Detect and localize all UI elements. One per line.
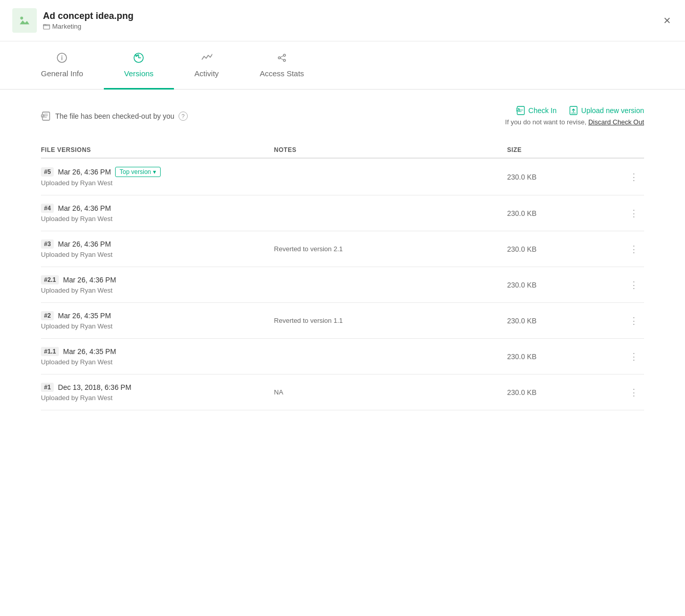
versions-icon [133,52,144,65]
versions-list: #5 Mar 26, 4:36 PM Top version ▾ Uploade… [41,159,644,410]
version-size: 230.0 KB [507,281,624,289]
discard-checkout-link[interactable]: Discard Check Out [588,118,644,126]
more-options-button[interactable]: ⋮ [624,385,644,400]
folder-icon [43,23,50,30]
version-top: #3 Mar 26, 4:36 PM [41,239,274,249]
more-options-button[interactable]: ⋮ [624,313,644,328]
svg-point-10 [283,54,285,56]
more-options-button[interactable]: ⋮ [624,349,644,364]
version-size: 230.0 KB [507,317,624,325]
table-row: #2 Mar 26, 4:35 PM Uploaded by Ryan West… [41,303,644,339]
tab-access-stats[interactable]: Access Stats [239,42,325,90]
svg-point-3 [46,25,46,25]
svg-point-11 [283,59,285,61]
version-top: #5 Mar 26, 4:36 PM Top version ▾ [41,167,274,177]
version-date: Dec 13, 2018, 6:36 PM [58,383,131,391]
more-options-button[interactable]: ⋮ [624,169,644,185]
tab-general-info[interactable]: General Info [20,42,104,90]
upload-new-version-label: Upload new version [581,106,644,115]
uploader: Uploaded by Ryan West [41,287,274,294]
version-info: #5 Mar 26, 4:36 PM Top version ▾ Uploade… [41,167,274,187]
table-row: #5 Mar 26, 4:36 PM Top version ▾ Uploade… [41,159,644,195]
version-number: #1 [41,383,54,392]
more-options-button[interactable]: ⋮ [624,206,644,221]
upload-new-version-button[interactable]: Upload new version [569,106,644,115]
uploader: Uploaded by Ryan West [41,358,274,366]
version-info: #1.1 Mar 26, 4:35 PM Uploaded by Ryan We… [41,347,274,366]
version-number: #4 [41,204,54,213]
version-date: Mar 26, 4:35 PM [58,312,111,320]
upload-icon [569,106,578,115]
table-row: #4 Mar 26, 4:36 PM Uploaded by Ryan West… [41,195,644,231]
svg-point-4 [47,25,48,25]
more-options-button[interactable]: ⋮ [624,277,644,293]
checkout-text: The file has been checked-out by you [55,112,174,120]
svg-rect-2 [43,25,50,29]
version-top: #1 Dec 13, 2018, 6:36 PM [41,383,274,392]
discard-prefix: If you do not want to revise, [505,118,586,126]
col-notes: NOTES [274,146,507,153]
version-date: Mar 26, 4:36 PM [63,276,116,284]
version-info: #1 Dec 13, 2018, 6:36 PM Uploaded by Rya… [41,383,274,402]
check-in-label: Check In [528,106,557,115]
version-top: #2.1 Mar 26, 4:36 PM [41,275,274,284]
version-date: Mar 26, 4:36 PM [58,168,111,176]
uploader: Uploaded by Ryan West [41,215,274,223]
tab-activity[interactable]: Activity [174,42,239,90]
uploader: Uploaded by Ryan West [41,322,274,330]
help-icon[interactable]: ? [179,112,188,121]
version-notes: Reverted to version 1.1 [274,317,507,324]
info-icon [56,52,68,65]
table-header: FILE VERSIONS NOTES SIZE [41,142,644,159]
checkout-icon [41,111,51,121]
version-info: #4 Mar 26, 4:36 PM Uploaded by Ryan West [41,204,274,223]
version-date: Mar 26, 4:36 PM [58,204,111,212]
file-name: Ad concept idea.png [43,11,134,21]
table-row: #1 Dec 13, 2018, 6:36 PM Uploaded by Rya… [41,375,644,410]
version-info: #2 Mar 26, 4:35 PM Uploaded by Ryan West [41,311,274,330]
version-top: #1.1 Mar 26, 4:35 PM [41,347,274,356]
tabs-container: General Info Versions Activity [0,41,685,90]
version-number: #1.1 [41,347,59,356]
svg-line-12 [280,56,283,57]
check-in-button[interactable]: Check In [516,106,557,115]
uploader: Uploaded by Ryan West [41,251,274,258]
close-button[interactable]: × [661,12,673,29]
uploader: Uploaded by Ryan West [41,394,274,402]
folder-name: Marketing [52,23,81,30]
table-row: #1.1 Mar 26, 4:35 PM Uploaded by Ryan We… [41,339,644,375]
version-number: #5 [41,167,54,177]
version-date: Mar 26, 4:35 PM [63,347,116,356]
version-top: #2 Mar 26, 4:35 PM [41,311,274,320]
more-options-button[interactable]: ⋮ [624,241,644,257]
col-file-versions: FILE VERSIONS [41,146,274,153]
tab-versions-label: Versions [124,69,154,78]
discard-section: If you do not want to revise, Discard Ch… [505,118,644,126]
version-number: #2 [41,311,54,320]
version-size: 230.0 KB [507,245,624,253]
access-stats-icon [276,52,288,65]
tab-activity-label: Activity [194,69,219,78]
version-number: #3 [41,239,54,249]
version-size: 230.0 KB [507,353,624,361]
col-actions [624,146,644,153]
top-version-badge[interactable]: Top version ▾ [115,167,161,177]
checkout-notice: The file has been checked-out by you ? [41,111,188,121]
version-size: 230.0 KB [507,209,624,217]
file-path: Marketing [43,23,134,30]
versions-content: The file has been checked-out by you ? C… [0,90,685,427]
version-top: #4 Mar 26, 4:36 PM [41,204,274,213]
header-left: Ad concept idea.png Marketing [12,8,134,33]
svg-point-1 [20,17,24,20]
version-notes: Reverted to version 2.1 [274,245,507,253]
file-thumbnail-icon [12,8,37,33]
tab-versions[interactable]: Versions [104,42,174,90]
version-date: Mar 26, 4:36 PM [58,240,111,248]
table-row: #2.1 Mar 26, 4:36 PM Uploaded by Ryan We… [41,267,644,303]
svg-rect-0 [18,14,31,27]
version-number: #2.1 [41,275,59,284]
version-info: #2.1 Mar 26, 4:36 PM Uploaded by Ryan We… [41,275,274,294]
svg-line-13 [280,58,283,60]
svg-point-6 [61,56,62,57]
tab-access-stats-label: Access Stats [260,69,304,78]
